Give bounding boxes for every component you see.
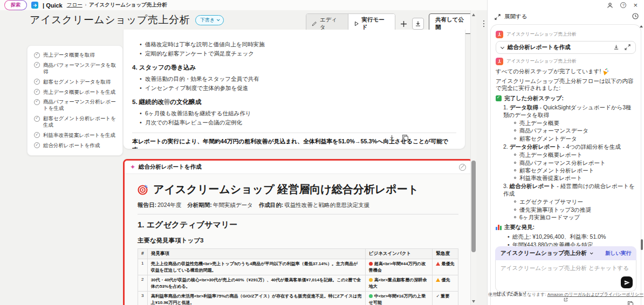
table-header-row: # 発見事項 ビジネスインパクト 緊急度 (138, 249, 458, 259)
disable-step-icon[interactable] (459, 164, 466, 171)
bullet-list: 価格改定時は丁寧な説明と価値向上を同時実施 定期的な顧客アンケートで満足度チェッ… (140, 40, 456, 58)
flow-icon (496, 31, 503, 38)
sidebar-step-7[interactable]: 利益率改善提案レポートを生成 (34, 132, 117, 138)
copy-report-icon[interactable] (402, 134, 409, 143)
finding-item: 総売上: ¥10,296,400、利益率: 51.0% (508, 233, 636, 241)
target-icon (138, 184, 148, 195)
expand-result-icon[interactable] (625, 44, 631, 51)
circle-bullet-icon (514, 122, 516, 124)
sub-item: エグゼクティブサマリー (514, 198, 636, 205)
table-row: 3 高利益率商品の未活用<br>利益率75%の商品（G/O/Zアイス）が存在する… (138, 292, 458, 305)
urgency-triangle-icon (436, 278, 440, 282)
message-intro: アイスクリームショップ売上分析フローは以下の内容で完全に実行されました: (496, 78, 636, 92)
sidebar-step-1[interactable]: 売上データ概要を取得 (34, 52, 117, 58)
play-icon (354, 21, 359, 26)
impact-dot-icon (369, 294, 373, 298)
flow-name-label: アイスクリームショップ売上分析 (506, 31, 577, 38)
completed-steps-heading: 完了した分析ステップ: (496, 95, 636, 102)
step-card-title: 総合分析レポートを作成 (139, 163, 201, 171)
step-check-icon (34, 89, 40, 95)
flow-name-label: アイスクリームショップ売上分析 (506, 58, 577, 65)
more-options-button[interactable] (481, 19, 488, 29)
breadcrumb-separator: › (85, 2, 86, 8)
divider (132, 133, 456, 133)
external-link-icon (564, 297, 568, 302)
download-icon (415, 20, 421, 27)
circle-bullet-icon (514, 177, 516, 179)
explore-button[interactable]: 探索 (4, 0, 27, 10)
main-scrollbar-track[interactable] (470, 10, 476, 305)
circle-bullet-icon (514, 129, 516, 131)
party-popper-icon (602, 68, 608, 74)
sidebar-step-8[interactable]: 総合分析レポートを作成 (34, 142, 117, 149)
title-row: アイスクリームショップ売上分析 下書き (30, 13, 224, 27)
sub-item: 商品パフォーマンス分析レポート (514, 159, 636, 167)
message-complete: すべての分析ステップが完了しています! (496, 68, 636, 75)
report-document-card: 価格改定時は丁寧な説明と価値向上を同時実施 定期的な顧客アンケートで満足度チェッ… (123, 30, 465, 149)
history-clock-icon[interactable] (632, 13, 639, 20)
add-step-button[interactable] (400, 20, 407, 27)
close-panel-icon[interactable]: × (633, 2, 638, 9)
expand-icon (495, 14, 501, 20)
urgency-triangle-icon (436, 262, 440, 266)
circle-bullet-icon (514, 209, 516, 211)
flow-chip: アイスクリームショップ売上分析 (496, 31, 636, 38)
quick-logo-icon (31, 2, 38, 9)
scroll-down-arrow[interactable] (472, 300, 475, 303)
send-button[interactable] (621, 276, 633, 288)
selected-step-card[interactable]: ✦ 総合分析レポートを作成 アイスクリームショップ 経営層向け総合分析レポート … (123, 159, 473, 305)
chevron-down-icon (501, 45, 504, 48)
sidebar-step-3[interactable]: 顧客セグメントデータを取得 (34, 79, 117, 85)
help-icon[interactable]: ? (620, 2, 626, 8)
user-icon[interactable] (607, 2, 613, 9)
bullet-list: 6ヶ月後も改善活動を継続する仕組み作り 月次での利益率レビュー会議の定例化 (140, 109, 456, 127)
panel-top-icons: ? × (607, 2, 638, 9)
key-findings-table: # 発見事項 ビジネスインパクト 緊急度 1 売上上位商品の収益性危機<br>売… (138, 248, 458, 305)
step-check-icon (34, 142, 40, 148)
bullet-item: 価格改定時は丁寧な説明と価値向上を同時実施 (140, 40, 456, 48)
download-flow-button[interactable] (412, 18, 424, 30)
chat-input[interactable] (495, 260, 636, 292)
ordered-item: 1. データ取得 - QuickSightダッシュボードから3種類のデータを取得 (503, 104, 636, 119)
report-meta: 報告日:2024年度 分析期間:年間実績データ 作成目的:収益性改善と戦略的意思… (138, 202, 458, 209)
sub-item: 利益率改善提案レポート (514, 174, 636, 182)
privacy-policy-link[interactable]: Amazon のリーガルおよびプライバシーポリシー (547, 292, 643, 297)
bullet-item: 改善活動の目的・効果をスタッフ全員で共有 (140, 75, 456, 83)
chevron-down-icon (217, 18, 220, 21)
sub-item: 6ヶ月実施ロードマップ (514, 213, 636, 221)
download-report-icon[interactable] (388, 134, 395, 143)
bullet-item: 6ヶ月後も改善活動を継続する仕組み作り (140, 109, 456, 117)
bullet-item: 定期的な顧客アンケートで満足度チェック (140, 50, 456, 58)
sidebar-step-4[interactable]: 売上データ概要レポートを生成 (34, 89, 117, 95)
step-collapse-bar[interactable]: 総合分析レポートを作成 (496, 41, 636, 54)
pencil-icon (312, 21, 317, 26)
sub-item: 顧客セグメントデータ (514, 135, 636, 142)
circle-bullet-icon (514, 137, 516, 140)
step-check-icon (34, 52, 40, 58)
breadcrumb-flow-link[interactable]: フロー (67, 2, 83, 8)
panel-scroll-up-arrow[interactable] (640, 25, 643, 27)
sidebar-step-6[interactable]: 顧客セグメント分析レポートを生成 (34, 115, 117, 128)
main-scrollbar-thumb[interactable] (471, 161, 476, 252)
circle-bullet-icon (514, 216, 516, 218)
document-actions (388, 134, 409, 143)
sub-item: 商品パフォーマンスデータ (514, 127, 636, 134)
download-result-icon[interactable] (613, 44, 619, 51)
scroll-up-arrow[interactable] (472, 13, 475, 16)
bullet-item: インセンティブ制度で主体的参加を促進 (140, 84, 456, 92)
bullet-list: 改善活動の目的・効果をスタッフ全員で共有 インセンティブ制度で主体的参加を促進 (140, 75, 456, 92)
report-body: アイスクリームショップ 経営層向け総合分析レポート 報告日:2024年度 分析期… (125, 174, 471, 305)
draft-status-badge[interactable]: 下書き (195, 15, 224, 25)
step-card-header[interactable]: ✦ 総合分析レポートを作成 (125, 161, 471, 174)
plus-icon (400, 20, 407, 27)
breadcrumb: フロー › アイスクリームショップ売上分析 (67, 2, 167, 9)
expand-label[interactable]: 展開する (504, 13, 527, 20)
flow-selector[interactable]: アイスクリームショップ売上分析 新しい実行 (495, 246, 636, 260)
chat-box: アイスクリームショップ売上分析 新しい実行 (495, 246, 636, 294)
sidebar-step-5[interactable]: 商品パフォーマンス分析レポートを生成 (34, 99, 117, 112)
new-run-link[interactable]: 新しい実行 (605, 250, 631, 257)
legal-notice: 使用は以下の対象となります: Amazon のリーガルおよびプライバシーポリシー (488, 292, 644, 302)
step-check-icon (34, 99, 40, 105)
panel-scrollbar-thumb[interactable] (641, 239, 643, 250)
sidebar-step-2[interactable]: 商品パフォーマンスデータを取得 (34, 62, 117, 75)
